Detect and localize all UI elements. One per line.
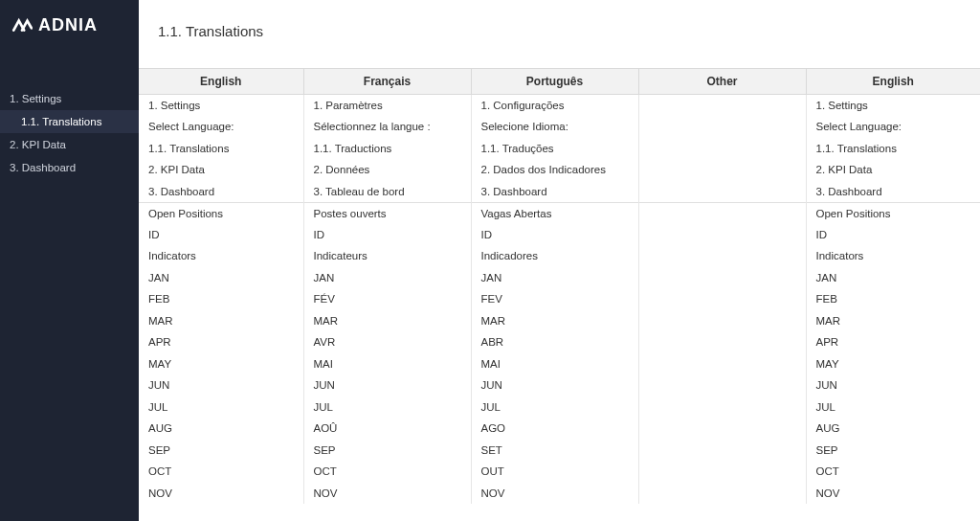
table-cell[interactable]: 3. Dashboard xyxy=(471,181,638,203)
table-cell[interactable]: 1. Settings xyxy=(806,95,980,117)
table-cell[interactable]: JAN xyxy=(303,267,471,289)
table-cell[interactable]: Indicadores xyxy=(471,245,638,267)
table-cell[interactable]: MAR xyxy=(471,310,638,332)
table-cell[interactable]: NOV xyxy=(806,483,980,505)
table-cell[interactable]: 1. Settings xyxy=(139,95,303,117)
table-cell[interactable]: JUN xyxy=(471,374,638,396)
table-cell[interactable]: 1.1. Translations xyxy=(139,138,303,160)
table-cell[interactable] xyxy=(638,159,806,181)
sidebar-item-0[interactable]: 1. Settings xyxy=(0,87,139,110)
table-cell[interactable]: 3. Tableau de bord xyxy=(303,181,471,203)
table-cell[interactable]: 1. Configurações xyxy=(471,95,638,117)
table-cell[interactable]: OCT xyxy=(303,461,471,483)
table-cell[interactable]: MAY xyxy=(139,353,303,375)
table-cell[interactable]: AVR xyxy=(303,331,471,353)
table-cell[interactable]: JAN xyxy=(139,267,303,289)
table-cell[interactable]: 1.1. Translations xyxy=(806,138,980,160)
table-cell[interactable] xyxy=(638,353,806,375)
table-cell[interactable]: 1. Paramètres xyxy=(303,95,471,117)
table-cell[interactable]: ID xyxy=(471,224,638,246)
table-cell[interactable]: MAI xyxy=(303,353,471,375)
table-cell[interactable] xyxy=(638,267,806,289)
table-cell[interactable]: ID xyxy=(303,224,471,246)
table-cell[interactable]: OCT xyxy=(139,461,303,483)
table-cell[interactable] xyxy=(638,418,806,440)
table-cell[interactable] xyxy=(638,440,806,462)
table-cell[interactable]: SET xyxy=(471,440,638,462)
table-cell[interactable]: Vagas Abertas xyxy=(471,202,638,224)
table-cell[interactable] xyxy=(638,138,806,160)
table-cell[interactable]: MAI xyxy=(471,353,638,375)
table-cell[interactable]: APR xyxy=(139,331,303,353)
table-cell[interactable]: 2. KPI Data xyxy=(806,159,980,181)
table-cell[interactable]: MAR xyxy=(303,310,471,332)
table-cell[interactable]: JUL xyxy=(303,396,471,419)
table-cell[interactable]: OUT xyxy=(471,461,638,483)
table-cell[interactable]: NOV xyxy=(471,483,638,505)
table-cell[interactable]: SEP xyxy=(139,440,303,462)
table-cell[interactable]: ID xyxy=(806,224,980,246)
table-cell[interactable]: 2. KPI Data xyxy=(139,159,303,181)
table-cell[interactable] xyxy=(638,95,806,117)
table-cell[interactable] xyxy=(638,202,806,224)
table-cell[interactable]: 1.1. Traduções xyxy=(471,138,638,160)
table-cell[interactable]: 3. Dashboard xyxy=(139,181,303,203)
sidebar-item-3[interactable]: 3. Dashboard xyxy=(0,156,139,179)
table-cell[interactable]: JAN xyxy=(806,267,980,289)
table-cell[interactable]: Select Language: xyxy=(806,116,980,138)
table-cell[interactable] xyxy=(638,331,806,353)
table-cell[interactable]: Indicators xyxy=(139,245,303,267)
table-cell[interactable]: Selecione Idioma: xyxy=(471,116,638,138)
table-cell[interactable]: JUL xyxy=(471,396,638,419)
table-cell[interactable]: Postes ouverts xyxy=(303,202,471,224)
table-cell[interactable]: FEB xyxy=(139,288,303,310)
table-cell[interactable]: SEP xyxy=(303,440,471,462)
table-cell[interactable]: AUG xyxy=(806,418,980,440)
table-cell[interactable]: NOV xyxy=(139,483,303,505)
table-cell[interactable]: Sélectionnez la langue : xyxy=(303,116,471,138)
table-cell[interactable]: 3. Dashboard xyxy=(806,181,980,203)
column-header-1: Français xyxy=(303,69,471,95)
table-cell[interactable]: Indicateurs xyxy=(303,245,471,267)
table-cell[interactable] xyxy=(638,374,806,396)
table-cell[interactable]: Indicators xyxy=(806,245,980,267)
sidebar-item-1[interactable]: 1.1. Translations xyxy=(0,110,139,133)
table-cell[interactable]: AGO xyxy=(471,418,638,440)
table-cell[interactable]: JUN xyxy=(303,374,471,396)
table-cell[interactable]: 1.1. Traductions xyxy=(303,138,471,160)
table-cell[interactable]: JUL xyxy=(806,396,980,419)
table-cell[interactable]: ABR xyxy=(471,331,638,353)
sidebar-item-2[interactable]: 2. KPI Data xyxy=(0,133,139,156)
table-cell[interactable]: 2. Dados dos Indicadores xyxy=(471,159,638,181)
table-cell[interactable] xyxy=(638,224,806,246)
table-cell[interactable] xyxy=(638,461,806,483)
table-cell[interactable]: FÉV xyxy=(303,288,471,310)
table-cell[interactable]: Select Language: xyxy=(139,116,303,138)
table-cell[interactable]: AUG xyxy=(139,418,303,440)
table-cell[interactable]: JUN xyxy=(139,374,303,396)
table-cell[interactable]: JAN xyxy=(471,267,638,289)
table-cell[interactable]: 2. Données xyxy=(303,159,471,181)
table-cell[interactable]: Open Positions xyxy=(806,202,980,224)
table-cell[interactable] xyxy=(638,245,806,267)
table-cell[interactable]: FEB xyxy=(806,288,980,310)
table-cell[interactable]: APR xyxy=(806,331,980,353)
table-cell[interactable] xyxy=(638,310,806,332)
table-cell[interactable]: AOÛ xyxy=(303,418,471,440)
table-cell[interactable]: FEV xyxy=(471,288,638,310)
table-cell[interactable]: MAR xyxy=(139,310,303,332)
table-cell[interactable]: JUL xyxy=(139,396,303,419)
table-cell[interactable] xyxy=(638,483,806,505)
table-cell[interactable]: JUN xyxy=(806,374,980,396)
table-cell[interactable]: MAY xyxy=(806,353,980,375)
table-cell[interactable]: NOV xyxy=(303,483,471,505)
table-cell[interactable]: MAR xyxy=(806,310,980,332)
table-cell[interactable] xyxy=(638,396,806,419)
table-cell[interactable]: SEP xyxy=(806,440,980,462)
table-cell[interactable] xyxy=(638,181,806,203)
table-cell[interactable]: Open Positions xyxy=(139,202,303,224)
table-cell[interactable]: ID xyxy=(139,224,303,246)
table-cell[interactable]: OCT xyxy=(806,461,980,483)
table-cell[interactable] xyxy=(638,288,806,310)
table-cell[interactable] xyxy=(638,116,806,138)
